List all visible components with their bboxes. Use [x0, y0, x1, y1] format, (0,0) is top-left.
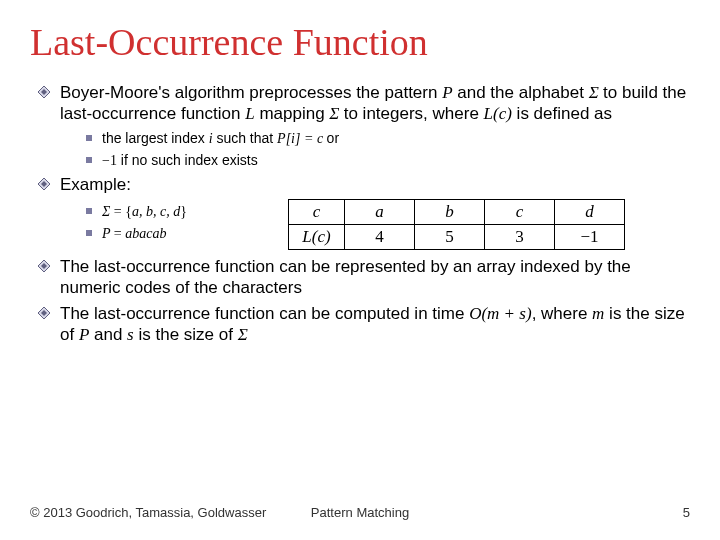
table-header-c2: c: [485, 200, 555, 225]
example-table: c a b c d L(c) 4 5 3 −1: [288, 199, 625, 250]
bullet-2: Example:: [38, 174, 690, 195]
subbullet-1b-text: −1 if no such index exists: [102, 151, 258, 170]
square-icon: [86, 208, 92, 214]
table-header-a: a: [345, 200, 415, 225]
slide-title: Last-Occurrence Function: [30, 20, 690, 64]
table-cell: 3: [485, 225, 555, 250]
bullet-4: The last-occurrence function can be comp…: [38, 303, 690, 346]
square-icon: [86, 230, 92, 236]
square-icon: [86, 135, 92, 141]
example-sigma-text: Σ = {a, b, c, d}: [102, 202, 187, 221]
bullet-3: The last-occurrence function can be repr…: [38, 256, 690, 299]
example-sigma: Σ = {a, b, c, d}: [86, 202, 280, 221]
diamond-icon: [38, 86, 50, 98]
table-cell: 4: [345, 225, 415, 250]
bullet-3-text: The last-occurrence function can be repr…: [60, 256, 690, 299]
table-header-b: b: [415, 200, 485, 225]
table-header-c: c: [289, 200, 345, 225]
table-header-d: d: [555, 200, 625, 225]
diamond-icon: [38, 178, 50, 190]
subbullet-1a: the largest index i such that P[i] = c o…: [86, 129, 690, 148]
example-p-text: P = abacab: [102, 224, 166, 243]
subbullet-1b: −1 if no such index exists: [86, 151, 690, 170]
copyright: © 2013 Goodrich, Tamassia, Goldwasser: [30, 505, 266, 520]
square-icon: [86, 157, 92, 163]
diamond-icon: [38, 307, 50, 319]
bullet-4-text: The last-occurrence function can be comp…: [60, 303, 690, 346]
bullet-1-text: Boyer-Moore's algorithm preprocesses the…: [60, 82, 690, 125]
footer: © 2013 Goodrich, Tamassia, Goldwasser Pa…: [30, 505, 690, 520]
subbullet-1a-text: the largest index i such that P[i] = c o…: [102, 129, 339, 148]
example-p: P = abacab: [86, 224, 280, 243]
table-cell: −1: [555, 225, 625, 250]
table-cell: 5: [415, 225, 485, 250]
page-number: 5: [683, 505, 690, 520]
bullet-1: Boyer-Moore's algorithm preprocesses the…: [38, 82, 690, 125]
bullet-2-text: Example:: [60, 174, 131, 195]
table-row-label: L(c): [289, 225, 345, 250]
diamond-icon: [38, 260, 50, 272]
